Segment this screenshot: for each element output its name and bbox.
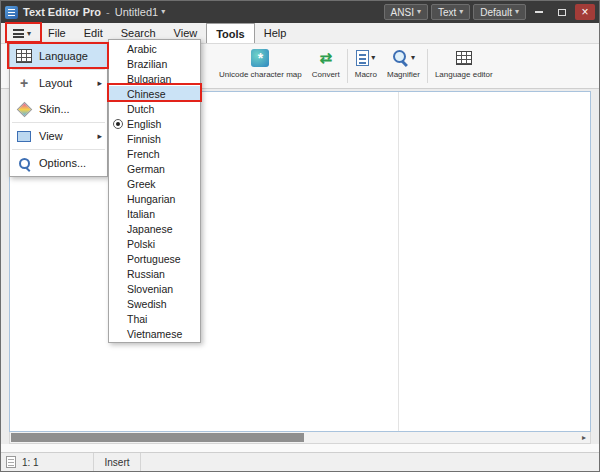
language-option-slovenian[interactable]: Slovenian: [109, 281, 200, 296]
chevron-down-icon[interactable]: ▾: [411, 53, 415, 62]
language-editor-button[interactable]: Language editor: [430, 44, 498, 88]
document-title: Untitled1: [115, 6, 158, 18]
tool-label: Convert: [312, 70, 340, 79]
language-option-german[interactable]: German: [109, 161, 200, 176]
radio-icon: [113, 299, 123, 309]
unicode-character-map-button[interactable]: * Unicode character map: [214, 44, 307, 88]
menu-item-label: View: [39, 130, 63, 142]
radio-icon: [113, 239, 123, 249]
menu-item-label: Language: [39, 50, 88, 62]
radio-icon: [113, 134, 123, 144]
insert-mode-cell[interactable]: Insert: [94, 453, 140, 471]
menu-item-layout[interactable]: + Layout ▸: [10, 70, 107, 96]
view-icon: [15, 131, 33, 142]
main-menu-panel: Language + Layout ▸ Skin... View ▸ Optio…: [9, 42, 108, 177]
encoding-label: ANSI: [391, 7, 414, 18]
minimize-button[interactable]: [529, 4, 549, 20]
titlebar-controls: ANSI ▾ Text ▾ Default ▾ ×: [384, 4, 595, 20]
language-option-russian[interactable]: Russian: [109, 266, 200, 281]
scrollbar-thumb[interactable]: [11, 433, 304, 442]
language-option-chinese[interactable]: Chinese: [109, 86, 200, 101]
language-submenu-panel: Arabic Brazilian Bulgarian Chinese Dutch…: [108, 39, 201, 343]
tab-file[interactable]: File: [39, 23, 75, 43]
language-label: Arabic: [127, 43, 157, 55]
unicode-character-map-icon: *: [251, 49, 269, 67]
menu-item-language[interactable]: Language: [10, 43, 107, 69]
radio-icon: [113, 149, 123, 159]
submenu-arrow-icon: ▸: [97, 131, 102, 141]
app-title: Text Editor Pro: [23, 6, 101, 18]
language-option-hungarian[interactable]: Hungarian: [109, 191, 200, 206]
tool-label: Language editor: [435, 70, 493, 79]
language-option-swedish[interactable]: Swedish: [109, 296, 200, 311]
chevron-down-icon[interactable]: ▾: [371, 53, 375, 62]
insert-mode: Insert: [104, 457, 129, 468]
language-option-japanese[interactable]: Japanese: [109, 221, 200, 236]
minimize-icon: [535, 11, 543, 13]
magnifier-button[interactable]: ▾ Magnifier: [382, 44, 425, 88]
skin-icon: [15, 104, 33, 115]
maximize-icon: [558, 9, 566, 16]
language-option-finnish[interactable]: Finnish: [109, 131, 200, 146]
language-label: Finnish: [127, 133, 161, 145]
language-option-dutch[interactable]: Dutch: [109, 101, 200, 116]
title-separator: -: [106, 6, 110, 18]
tab-help[interactable]: Help: [255, 23, 296, 43]
tool-label: Unicode character map: [219, 70, 302, 79]
language-label: Greek: [127, 178, 156, 190]
radio-icon: [113, 59, 123, 69]
encoding-dropdown[interactable]: ANSI ▾: [384, 4, 428, 20]
menu-item-view[interactable]: View ▸: [10, 123, 107, 149]
radio-icon: [113, 74, 123, 84]
radio-icon: [113, 314, 123, 324]
menu-item-skin[interactable]: Skin...: [10, 96, 107, 122]
horizontal-scrollbar[interactable]: ▸: [9, 432, 591, 444]
language-option-french[interactable]: French: [109, 146, 200, 161]
language-option-portuguese[interactable]: Portuguese: [109, 251, 200, 266]
language-label: Chinese: [127, 88, 166, 100]
language-option-arabic[interactable]: Arabic: [109, 41, 200, 56]
close-button[interactable]: ×: [575, 4, 595, 20]
radio-icon: [113, 89, 123, 99]
scroll-right-arrow[interactable]: ▸: [579, 432, 589, 442]
language-option-polski[interactable]: Polski: [109, 236, 200, 251]
language-icon: [15, 49, 33, 63]
language-option-bulgarian[interactable]: Bulgarian: [109, 71, 200, 86]
document-title-dropdown[interactable]: Untitled1 ▾: [115, 6, 165, 18]
convert-button[interactable]: ⇄ Convert: [307, 44, 345, 88]
main-menu-button[interactable]: ▾: [5, 24, 39, 43]
caret-position-cell[interactable]: 1: 1: [1, 453, 93, 471]
maximize-button[interactable]: [552, 4, 572, 20]
language-label: Slovenian: [127, 283, 173, 295]
highlighter-dropdown[interactable]: Text ▾: [431, 4, 470, 20]
menu-tab-bar: ▾ File Edit Search View Tools Help: [1, 23, 599, 44]
titlebar: Text Editor Pro - Untitled1 ▾ ANSI ▾ Tex…: [1, 1, 599, 23]
profile-dropdown[interactable]: Default ▾: [473, 4, 526, 20]
language-option-english[interactable]: English: [109, 116, 200, 131]
radio-icon: [113, 179, 123, 189]
tab-tools[interactable]: Tools: [206, 23, 255, 43]
app-window: Text Editor Pro - Untitled1 ▾ ANSI ▾ Tex…: [0, 0, 600, 472]
chevron-down-icon: ▾: [459, 8, 463, 16]
submenu-arrow-icon: ▸: [97, 78, 102, 88]
language-option-brazilian[interactable]: Brazilian: [109, 56, 200, 71]
language-label: English: [127, 118, 161, 130]
radio-icon: [113, 209, 123, 219]
toolbar-separator: [427, 49, 428, 83]
chevron-down-icon: ▾: [27, 30, 31, 38]
tab-edit[interactable]: Edit: [75, 23, 112, 43]
language-option-thai[interactable]: Thai: [109, 311, 200, 326]
language-option-vietnamese[interactable]: Vietnamese: [109, 326, 200, 341]
language-option-greek[interactable]: Greek: [109, 176, 200, 191]
language-label: Swedish: [127, 298, 167, 310]
tool-label: Magnifier: [387, 70, 420, 79]
macro-button[interactable]: ▾ Macro: [350, 44, 382, 88]
caret-position: 1: 1: [22, 457, 39, 468]
radio-icon: [113, 224, 123, 234]
options-icon: [15, 158, 33, 169]
language-label: Dutch: [127, 103, 154, 115]
radio-icon: [113, 254, 123, 264]
menu-item-options[interactable]: Options...: [10, 150, 107, 176]
language-option-italian[interactable]: Italian: [109, 206, 200, 221]
radio-icon: [113, 44, 123, 54]
